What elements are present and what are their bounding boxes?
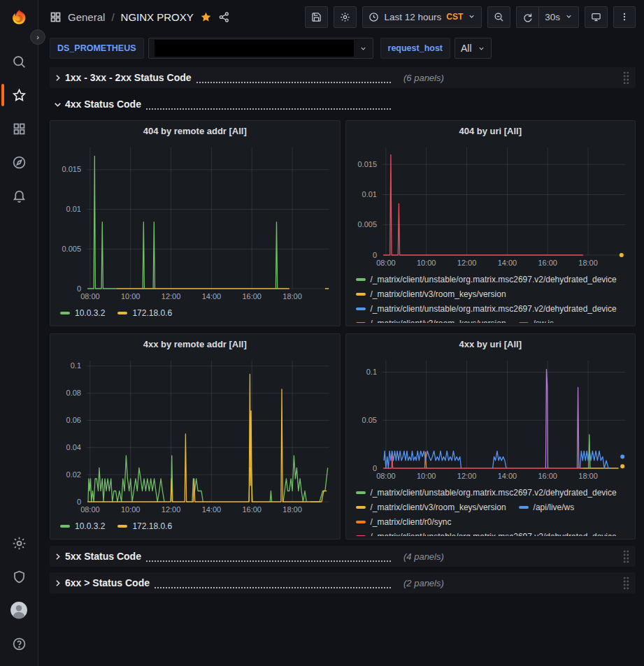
legend-label: /sw.js: [534, 319, 554, 324]
legend-item[interactable]: /_matrix/client/unstable/org.matrix.msc2…: [356, 272, 617, 287]
svg-text:0.04: 0.04: [66, 443, 81, 451]
row-panel-count: (2 panels): [403, 578, 444, 588]
legend-label: /_matrix/client/v3/room_keys/version: [371, 289, 506, 299]
breadcrumb-dashboard-title[interactable]: NGINX PROXY: [121, 11, 194, 23]
angle-right-icon: [50, 552, 65, 561]
row-dotted-leader: [155, 578, 391, 588]
sidebar-item-alerting[interactable]: [0, 179, 38, 212]
datasource-variable-select[interactable]: [148, 38, 373, 59]
main-area: General / NGINX PROXY La: [38, 0, 644, 666]
zoom-out-time-button[interactable]: [487, 6, 510, 28]
row-title-group: 5xx Status Code: [50, 551, 394, 562]
datasource-variable: DS_PROMETHEUS: [50, 38, 373, 59]
panel-title[interactable]: 4xx by remote addr [All]: [56, 334, 334, 354]
request-host-variable-select[interactable]: All: [455, 38, 492, 59]
time-series-chart[interactable]: 08:0010:0012:0014:0016:0018:000.0150.010…: [352, 140, 630, 270]
variables-bar: DS_PROMETHEUS request_host All: [38, 34, 644, 66]
grafana-logo-icon[interactable]: [8, 8, 29, 29]
panel-title[interactable]: 4xx by uri [All]: [352, 334, 630, 354]
legend-item[interactable]: /_matrix/client/unstable/org.matrix.msc2…: [356, 485, 617, 500]
breadcrumb-separator: /: [111, 11, 114, 23]
legend-item[interactable]: 10.0.3.2: [60, 306, 105, 321]
share-icon[interactable]: [218, 11, 230, 23]
legend-item[interactable]: /_matrix/client/v3/room_keys/version: [356, 316, 506, 323]
dashboard-grid-icon[interactable]: [50, 11, 62, 23]
angle-right-icon: [50, 579, 65, 588]
row-drag-grip-icon[interactable]: [622, 550, 630, 563]
sidebar-item-starred[interactable]: [0, 78, 38, 112]
sidebar-item-server-admin[interactable]: [0, 560, 38, 593]
legend-item[interactable]: /api/live/ws: [519, 500, 575, 514]
panel-legend: /_matrix/client/unstable/org.matrix.msc2…: [352, 270, 630, 323]
panel-title[interactable]: 404 by remote addr [All]: [56, 121, 334, 140]
request-host-variable-label[interactable]: request_host: [380, 38, 451, 59]
svg-text:16:00: 16:00: [538, 259, 557, 267]
svg-text:0.02: 0.02: [66, 470, 81, 479]
row-title: 4xx Status Code: [65, 99, 141, 110]
svg-text:14:00: 14:00: [202, 505, 222, 514]
svg-text:0: 0: [372, 464, 376, 472]
row-drag-grip-icon[interactable]: [622, 71, 630, 85]
legend-swatch: [356, 278, 366, 281]
dashboard-row-header[interactable]: 1xx - 3xx - 2xx Status Code(6 panels): [50, 67, 636, 88]
legend-item[interactable]: /_matrix/client/r0/sync: [356, 514, 452, 529]
request-host-value: All: [461, 43, 472, 54]
legend-item[interactable]: 10.0.3.2: [60, 519, 105, 534]
favorite-star-icon[interactable]: [200, 11, 212, 23]
svg-text:12:00: 12:00: [457, 472, 476, 480]
panel-title[interactable]: 404 by uri [All]: [352, 121, 630, 140]
time-series-chart[interactable]: 08:0010:0012:0014:0016:0018:000.10.050: [352, 354, 630, 483]
legend-swatch: [117, 312, 127, 314]
cycle-view-mode-button[interactable]: [585, 6, 608, 28]
legend-item[interactable]: /_matrix/client/v3/room_keys/version: [356, 287, 506, 301]
legend-label: /_matrix/client/v3/room_keys/version: [371, 319, 506, 324]
sidebar-item-configuration[interactable]: [0, 526, 38, 560]
time-range-picker[interactable]: Last 12 hours CST: [362, 6, 482, 28]
breadcrumb-folder[interactable]: General: [68, 11, 105, 23]
svg-text:0.08: 0.08: [66, 389, 81, 397]
legend-swatch: [519, 322, 529, 324]
sidebar-item-help[interactable]: [0, 627, 38, 660]
navbar-actions: Last 12 hours CST 30s: [305, 6, 636, 28]
chevron-down-icon: [359, 45, 367, 52]
legend-item[interactable]: 172.18.0.6: [117, 519, 172, 534]
sidebar-item-search[interactable]: [0, 45, 38, 78]
legend-swatch: [60, 525, 70, 528]
legend-item[interactable]: /sw.js: [519, 316, 554, 323]
svg-text:0: 0: [77, 284, 81, 293]
svg-text:08:00: 08:00: [376, 472, 396, 480]
panel: 4xx by uri [All]08:0010:0012:0014:0016:0…: [345, 333, 636, 540]
sidebar-item-dashboards[interactable]: [0, 112, 38, 145]
panel: 404 by remote addr [All]08:0010:0012:001…: [50, 120, 341, 326]
row-title: 1xx - 3xx - 2xx Status Code: [65, 72, 192, 83]
legend-item[interactable]: 172.18.0.6: [117, 306, 172, 321]
more-options-kebab-button[interactable]: [613, 6, 636, 28]
svg-text:16:00: 16:00: [242, 292, 262, 301]
dashboard-settings-button[interactable]: [334, 6, 357, 28]
svg-text:0: 0: [372, 251, 376, 259]
sidebar-item-profile[interactable]: [0, 593, 38, 627]
dashboard-row-header[interactable]: 4xx Status Code: [50, 94, 636, 115]
refresh-interval-button[interactable]: 30s: [538, 6, 579, 28]
dashboard-row-header[interactable]: 5xx Status Code(4 panels): [50, 546, 636, 567]
row-panel-count: (4 panels): [403, 551, 444, 562]
legend-swatch: [356, 491, 366, 494]
sidebar-expand-button[interactable]: ›: [30, 29, 45, 45]
sidebar-item-explore[interactable]: [0, 145, 38, 179]
legend-item[interactable]: /_matrix/client/unstable/org.matrix.msc2…: [356, 529, 617, 536]
svg-text:0.06: 0.06: [66, 416, 81, 424]
star-icon: [12, 88, 27, 103]
time-series-chart[interactable]: 08:0010:0012:0014:0016:0018:000.0150.010…: [56, 140, 334, 303]
svg-text:08:00: 08:00: [376, 259, 396, 267]
refresh-button[interactable]: [516, 6, 538, 28]
dashboard-row-header[interactable]: 6xx > Status Code(2 panels): [50, 572, 636, 593]
svg-text:16:00: 16:00: [242, 505, 262, 514]
save-dashboard-button[interactable]: [305, 6, 328, 28]
time-series-chart[interactable]: 08:0010:0012:0014:0016:0018:000.10.080.0…: [56, 354, 334, 516]
row-drag-grip-icon[interactable]: [622, 577, 630, 590]
legend-item[interactable]: /_matrix/client/v3/room_keys/version: [356, 500, 506, 514]
svg-text:08:00: 08:00: [80, 505, 100, 514]
datasource-variable-label[interactable]: DS_PROMETHEUS: [50, 38, 144, 59]
legend-item[interactable]: /_matrix/client/unstable/org.matrix.msc2…: [356, 301, 617, 316]
apps-icon: [12, 122, 27, 136]
